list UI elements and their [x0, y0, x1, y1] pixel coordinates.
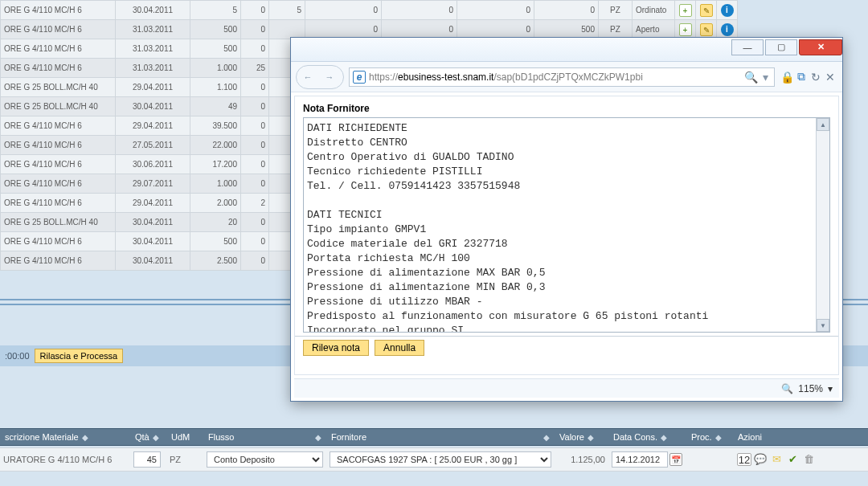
cell-n1: 2.000: [190, 194, 241, 213]
col-qty-header[interactable]: Qtà◆: [130, 428, 166, 446]
qty-input[interactable]: [133, 451, 161, 468]
address-bar[interactable]: e https://ebusiness-test.snam.it/sap(bD1…: [349, 67, 775, 87]
schedule-icon[interactable]: 12: [737, 453, 751, 466]
col-proc-header[interactable]: Proc.◆: [686, 428, 733, 446]
cell-n2: 0: [241, 78, 269, 97]
cell-n1: 17.200: [190, 155, 241, 174]
maximize-button[interactable]: ▢: [765, 39, 797, 55]
vertical-scrollbar[interactable]: ▲ ▼: [816, 118, 829, 332]
cell-n2: 0: [241, 1, 269, 20]
col-valore-header[interactable]: Valore◆: [555, 428, 608, 446]
dropdown-icon[interactable]: ▾: [763, 71, 768, 84]
cell-n1: 22.000: [190, 136, 241, 155]
rileva-nota-button[interactable]: Rileva nota: [303, 340, 369, 356]
cell-desc: ORE G 4/110 MC/H 6: [1, 59, 116, 78]
cell-pz: PZ: [599, 1, 633, 20]
cell-desc: ORE G 4/110 MC/H 6: [1, 39, 116, 59]
nav-back-button[interactable]: ←: [298, 67, 317, 87]
ie-logo-icon: e: [353, 71, 366, 84]
cell-date: 30.04.2011: [116, 251, 190, 271]
confirm-icon[interactable]: ✔: [785, 453, 800, 466]
cell-n2: 0: [241, 213, 269, 232]
sort-icon[interactable]: ◆: [82, 433, 88, 442]
fornitore-select[interactable]: SACOFGAS 1927 SPA : [ 25.00 EUR , 30 gg …: [330, 451, 551, 468]
cell-date: 29.04.2011: [116, 194, 190, 213]
window-titlebar[interactable]: — ▢ ✕: [291, 38, 842, 62]
comment-icon[interactable]: 💬: [753, 453, 768, 466]
cell-n1: 20: [190, 213, 241, 232]
cell-n4: 0: [305, 1, 382, 20]
cell-date: 30.04.2011: [116, 97, 190, 116]
cell-n2: 25: [241, 59, 269, 78]
cell-desc: ORE G 4/110 MC/H 6: [1, 155, 116, 174]
zoom-label: 115%: [798, 383, 823, 394]
cell-desc: ORE G 25 BOLL.MC/H 40: [1, 213, 116, 232]
cell-n2: 0: [241, 97, 269, 116]
row-actions: 12 💬 ✉ ✔ 🗑: [733, 453, 868, 466]
line-item-row: URATORE G 4/110 MC/H 6 PZ Conto Deposito…: [0, 447, 868, 472]
browser-popup: — ▢ ✕ ← → e https://ebusiness-test.snam.…: [290, 37, 843, 402]
zoom-dropdown-icon[interactable]: ▾: [828, 383, 833, 394]
cell-n2: 0: [241, 174, 269, 194]
cell-n2: 0: [241, 39, 269, 59]
date-input[interactable]: [612, 451, 668, 468]
cell-desc: ORE G 4/110 MC/H 6: [1, 251, 116, 271]
cell-n2: 0: [241, 20, 269, 39]
cell-n1: 500: [190, 232, 241, 251]
mail-icon[interactable]: ✉: [769, 453, 784, 466]
cell-n6: 0: [457, 20, 534, 39]
cell-date: 29.04.2011: [116, 116, 190, 136]
info-icon[interactable]: i: [721, 4, 734, 17]
popup-body: Nota Fornitore DATI RICHIEDENTE Distrett…: [294, 96, 839, 375]
flusso-select[interactable]: Conto Deposito: [207, 451, 323, 468]
status-bar: 🔍 115% ▾: [294, 378, 839, 398]
add-icon[interactable]: +: [679, 4, 692, 17]
info-icon[interactable]: i: [721, 23, 734, 36]
cell-n2: 0: [241, 155, 269, 174]
cell-status: Ordinato: [633, 1, 675, 20]
note-icon[interactable]: ✎: [700, 4, 713, 17]
cell-n2: 0: [241, 116, 269, 136]
table-row[interactable]: ORE G 4/110 MC/H 631.03.20115000000500PZ…: [1, 20, 738, 39]
cell-n2: 0: [241, 232, 269, 251]
note-icon[interactable]: ✎: [700, 23, 713, 36]
refresh-icon[interactable]: ↻: [809, 71, 823, 84]
minimize-button[interactable]: —: [731, 39, 764, 55]
url-text: https://ebusiness-test.snam.it/sap(bD1pd…: [369, 71, 742, 83]
cell-desc: ORE G 25 BOLL.MC/H 40: [1, 78, 116, 97]
col-fornitore-header[interactable]: Fornitore◆: [326, 428, 555, 446]
release-process-button[interactable]: Rilascia e Processa: [35, 349, 124, 363]
cell-n1: 39.500: [190, 116, 241, 136]
cell-n2: 2: [241, 194, 269, 213]
nota-text[interactable]: DATI RICHIEDENTE Distretto CENTRO Centro…: [304, 118, 829, 332]
calendar-icon[interactable]: 📅: [669, 453, 682, 466]
scroll-down-icon[interactable]: ▼: [817, 319, 829, 332]
col-udm-header[interactable]: UdM: [166, 428, 203, 446]
annulla-button[interactable]: Annulla: [375, 340, 424, 356]
cell-desc: ORE G 25 BOLL.MC/H 40: [1, 97, 116, 116]
col-desc-header[interactable]: scrizione Materiale◆: [0, 428, 130, 446]
cell-n2: 0: [241, 251, 269, 271]
compat-icon[interactable]: ⧉: [794, 70, 809, 84]
col-datacons-header[interactable]: Data Cons.◆: [608, 428, 686, 446]
stop-icon[interactable]: ✕: [823, 71, 837, 84]
search-icon[interactable]: 🔍: [744, 71, 758, 84]
nota-title: Nota Fornitore: [295, 96, 838, 117]
cell-desc: ORE G 4/110 MC/H 6: [1, 1, 116, 20]
cell-date: 30.04.2011: [116, 232, 190, 251]
zoom-icon[interactable]: 🔍: [781, 383, 793, 394]
close-button[interactable]: ✕: [799, 39, 842, 55]
browser-navbar: ← → e https://ebusiness-test.snam.it/sap…: [291, 62, 842, 92]
cell-n1: 1.000: [190, 59, 241, 78]
cell-desc: ORE G 4/110 MC/H 6: [1, 20, 116, 39]
delete-icon[interactable]: 🗑: [801, 453, 816, 466]
table-row[interactable]: ORE G 4/110 MC/H 630.04.20115050000PZOrd…: [1, 1, 738, 20]
col-flusso-header[interactable]: Flusso◆: [203, 428, 326, 446]
cell-n1: 5: [190, 1, 241, 20]
cell-date: 30.04.2011: [116, 213, 190, 232]
scroll-up-icon[interactable]: ▲: [817, 118, 829, 131]
cell-n3: 5: [269, 1, 305, 20]
nav-forward-button[interactable]: →: [320, 67, 339, 87]
add-icon[interactable]: +: [679, 23, 692, 36]
cell-date: 31.03.2011: [116, 20, 190, 39]
